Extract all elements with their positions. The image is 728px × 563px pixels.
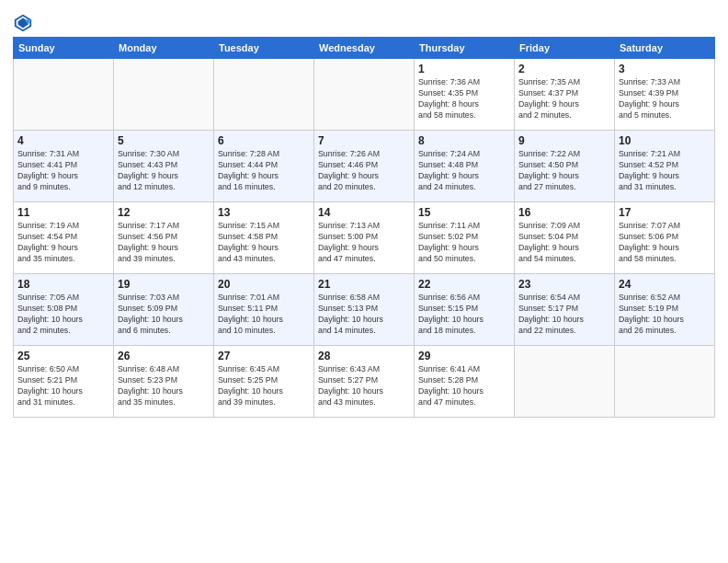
calendar-cell: 5Sunrise: 7:30 AM Sunset: 4:43 PM Daylig… (114, 131, 214, 202)
logo (13, 13, 35, 33)
day-info: Sunrise: 7:35 AM Sunset: 4:37 PM Dayligh… (518, 77, 610, 121)
day-info: Sunrise: 7:31 AM Sunset: 4:41 PM Dayligh… (17, 149, 109, 193)
day-info: Sunrise: 6:52 AM Sunset: 5:19 PM Dayligh… (619, 293, 711, 337)
calendar-cell: 18Sunrise: 7:05 AM Sunset: 5:08 PM Dayli… (14, 274, 114, 346)
day-number: 27 (218, 349, 310, 363)
calendar-table: SundayMondayTuesdayWednesdayThursdayFrid… (13, 37, 715, 418)
calendar-cell: 3Sunrise: 7:33 AM Sunset: 4:39 PM Daylig… (615, 59, 715, 131)
day-info: Sunrise: 7:24 AM Sunset: 4:48 PM Dayligh… (418, 149, 510, 193)
day-number: 23 (518, 277, 610, 292)
calendar-cell: 10Sunrise: 7:21 AM Sunset: 4:52 PM Dayli… (615, 131, 715, 202)
calendar-cell: 28Sunrise: 6:43 AM Sunset: 5:27 PM Dayli… (314, 346, 415, 418)
calendar-cell: 2Sunrise: 7:35 AM Sunset: 4:37 PM Daylig… (515, 59, 615, 131)
calendar-cell: 29Sunrise: 6:41 AM Sunset: 5:28 PM Dayli… (415, 346, 515, 418)
day-number: 26 (118, 349, 210, 363)
day-number: 20 (218, 277, 310, 292)
day-info: Sunrise: 7:13 AM Sunset: 5:00 PM Dayligh… (318, 221, 410, 265)
calendar-cell (615, 346, 715, 418)
day-info: Sunrise: 7:28 AM Sunset: 4:44 PM Dayligh… (218, 149, 310, 193)
day-info: Sunrise: 7:22 AM Sunset: 4:50 PM Dayligh… (518, 149, 610, 193)
calendar-cell: 26Sunrise: 6:48 AM Sunset: 5:23 PM Dayli… (114, 346, 214, 418)
calendar-cell (314, 59, 415, 131)
day-info: Sunrise: 7:03 AM Sunset: 5:09 PM Dayligh… (118, 293, 210, 337)
day-number: 22 (418, 277, 510, 292)
calendar-cell: 16Sunrise: 7:09 AM Sunset: 5:04 PM Dayli… (515, 202, 615, 274)
day-number: 10 (619, 133, 711, 148)
day-info: Sunrise: 7:11 AM Sunset: 5:02 PM Dayligh… (418, 221, 510, 265)
day-number: 28 (318, 349, 410, 363)
header-row: SundayMondayTuesdayWednesdayThursdayFrid… (14, 38, 715, 59)
calendar-cell: 6Sunrise: 7:28 AM Sunset: 4:44 PM Daylig… (214, 131, 314, 202)
calendar-cell: 11Sunrise: 7:19 AM Sunset: 4:54 PM Dayli… (14, 202, 114, 274)
weekday-header-saturday: Saturday (615, 38, 715, 59)
day-info: Sunrise: 7:01 AM Sunset: 5:11 PM Dayligh… (218, 293, 310, 337)
calendar-cell (515, 346, 615, 418)
day-number: 29 (418, 349, 510, 363)
calendar-week-1: 1Sunrise: 7:36 AM Sunset: 4:35 PM Daylig… (14, 59, 715, 131)
day-info: Sunrise: 7:30 AM Sunset: 4:43 PM Dayligh… (118, 149, 210, 193)
calendar-cell (14, 59, 114, 131)
day-number: 25 (17, 349, 109, 363)
calendar-cell: 4Sunrise: 7:31 AM Sunset: 4:41 PM Daylig… (14, 131, 114, 202)
day-number: 12 (118, 205, 210, 220)
calendar-cell: 20Sunrise: 7:01 AM Sunset: 5:11 PM Dayli… (214, 274, 314, 346)
day-number: 7 (318, 133, 410, 148)
weekday-header-sunday: Sunday (14, 38, 114, 59)
day-number: 21 (318, 277, 410, 292)
calendar-cell: 7Sunrise: 7:26 AM Sunset: 4:46 PM Daylig… (314, 131, 415, 202)
day-number: 8 (418, 133, 510, 148)
day-number: 11 (17, 205, 109, 220)
day-number: 13 (218, 205, 310, 220)
calendar-page: SundayMondayTuesdayWednesdayThursdayFrid… (0, 0, 728, 563)
calendar-week-3: 11Sunrise: 7:19 AM Sunset: 4:54 PM Dayli… (14, 202, 715, 274)
day-number: 14 (318, 205, 410, 220)
calendar-cell: 23Sunrise: 6:54 AM Sunset: 5:17 PM Dayli… (515, 274, 615, 346)
calendar-cell: 25Sunrise: 6:50 AM Sunset: 5:21 PM Dayli… (14, 346, 114, 418)
calendar-cell: 1Sunrise: 7:36 AM Sunset: 4:35 PM Daylig… (415, 59, 515, 131)
calendar-cell: 14Sunrise: 7:13 AM Sunset: 5:00 PM Dayli… (314, 202, 415, 274)
day-info: Sunrise: 7:07 AM Sunset: 5:06 PM Dayligh… (619, 221, 711, 265)
calendar-cell: 19Sunrise: 7:03 AM Sunset: 5:09 PM Dayli… (114, 274, 214, 346)
day-number: 6 (218, 133, 310, 148)
day-number: 17 (619, 205, 711, 220)
calendar-cell: 27Sunrise: 6:45 AM Sunset: 5:25 PM Dayli… (214, 346, 314, 418)
day-info: Sunrise: 6:58 AM Sunset: 5:13 PM Dayligh… (318, 293, 410, 337)
weekday-header-monday: Monday (114, 38, 214, 59)
day-number: 24 (619, 277, 711, 292)
calendar-cell: 8Sunrise: 7:24 AM Sunset: 4:48 PM Daylig… (415, 131, 515, 202)
calendar-week-5: 25Sunrise: 6:50 AM Sunset: 5:21 PM Dayli… (14, 346, 715, 418)
day-info: Sunrise: 6:56 AM Sunset: 5:15 PM Dayligh… (418, 293, 510, 337)
calendar-cell: 12Sunrise: 7:17 AM Sunset: 4:56 PM Dayli… (114, 202, 214, 274)
day-info: Sunrise: 7:17 AM Sunset: 4:56 PM Dayligh… (118, 221, 210, 265)
day-number: 5 (118, 133, 210, 148)
day-number: 2 (518, 62, 610, 76)
weekday-header-friday: Friday (515, 38, 615, 59)
calendar-cell: 17Sunrise: 7:07 AM Sunset: 5:06 PM Dayli… (615, 202, 715, 274)
day-info: Sunrise: 6:43 AM Sunset: 5:27 PM Dayligh… (318, 364, 410, 408)
day-info: Sunrise: 6:54 AM Sunset: 5:17 PM Dayligh… (518, 293, 610, 337)
calendar-cell: 15Sunrise: 7:11 AM Sunset: 5:02 PM Dayli… (415, 202, 515, 274)
weekday-header-thursday: Thursday (415, 38, 515, 59)
day-number: 3 (619, 62, 711, 76)
day-info: Sunrise: 7:15 AM Sunset: 4:58 PM Dayligh… (218, 221, 310, 265)
calendar-cell: 21Sunrise: 6:58 AM Sunset: 5:13 PM Dayli… (314, 274, 415, 346)
day-number: 18 (17, 277, 109, 292)
calendar-cell: 22Sunrise: 6:56 AM Sunset: 5:15 PM Dayli… (415, 274, 515, 346)
day-number: 16 (518, 205, 610, 220)
day-info: Sunrise: 7:09 AM Sunset: 5:04 PM Dayligh… (518, 221, 610, 265)
day-info: Sunrise: 7:26 AM Sunset: 4:46 PM Dayligh… (318, 149, 410, 193)
logo-icon (13, 13, 33, 33)
day-info: Sunrise: 7:33 AM Sunset: 4:39 PM Dayligh… (619, 77, 711, 121)
calendar-week-2: 4Sunrise: 7:31 AM Sunset: 4:41 PM Daylig… (14, 131, 715, 202)
calendar-cell (114, 59, 214, 131)
calendar-week-4: 18Sunrise: 7:05 AM Sunset: 5:08 PM Dayli… (14, 274, 715, 346)
day-info: Sunrise: 7:21 AM Sunset: 4:52 PM Dayligh… (619, 149, 711, 193)
day-number: 4 (17, 133, 109, 148)
day-number: 9 (518, 133, 610, 148)
day-number: 15 (418, 205, 510, 220)
calendar-cell: 9Sunrise: 7:22 AM Sunset: 4:50 PM Daylig… (515, 131, 615, 202)
weekday-header-tuesday: Tuesday (214, 38, 314, 59)
day-info: Sunrise: 7:36 AM Sunset: 4:35 PM Dayligh… (418, 77, 510, 121)
day-info: Sunrise: 7:05 AM Sunset: 5:08 PM Dayligh… (17, 293, 109, 337)
calendar-header: SundayMondayTuesdayWednesdayThursdayFrid… (14, 38, 715, 59)
